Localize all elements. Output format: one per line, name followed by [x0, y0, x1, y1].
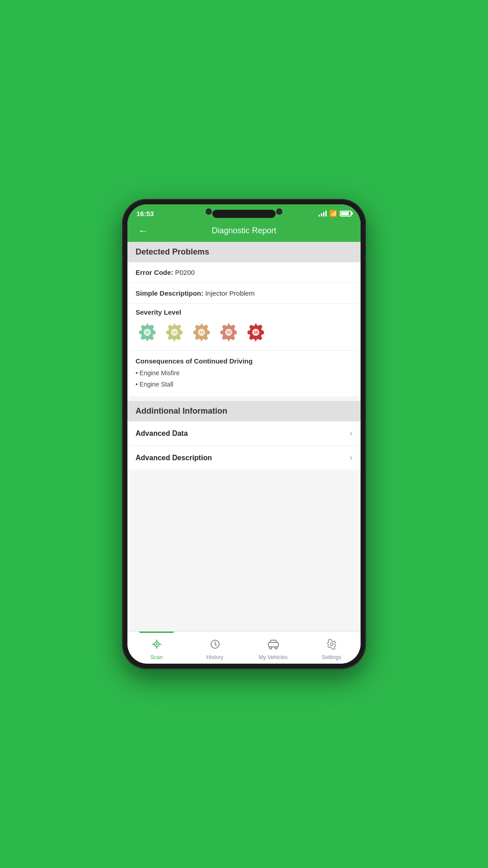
severity-gear-3: 10 [190, 321, 213, 344]
severity-row: Severity Level 10 10 [127, 304, 361, 351]
advanced-data-label: Advanced Data [136, 429, 188, 438]
detected-problems-header: Detected Problems [127, 242, 361, 262]
back-button[interactable]: ← [135, 223, 152, 239]
advanced-data-chevron: › [350, 429, 352, 438]
advanced-description-row[interactable]: Advanced Description › [127, 446, 361, 470]
severity-gear-1: 10 [136, 321, 159, 344]
my-vehicles-icon [267, 639, 279, 652]
additional-info-card: Advanced Data › Advanced Description › [127, 421, 361, 470]
additional-info-title: Addintional Information [136, 406, 227, 415]
error-code-label: Error Code: [136, 269, 173, 276]
svg-rect-17 [268, 642, 278, 647]
scan-icon [151, 639, 162, 652]
my-vehicles-label: My Vehicles [258, 654, 287, 660]
error-code-row: Error Code: P0200 [127, 262, 361, 283]
severity-gear-4: 10 [217, 321, 240, 344]
nav-item-settings[interactable]: Settings [302, 632, 361, 664]
nav-item-my-vehicles[interactable]: My Vehicles [244, 632, 302, 664]
advanced-description-label: Advanced Description [136, 454, 212, 462]
description-row: Simple Descriptipon: Injector Problem [127, 283, 361, 304]
wifi-icon: 📶 [329, 210, 337, 217]
bottom-navigation: Scan History [127, 631, 361, 664]
svg-point-20 [330, 643, 333, 646]
severity-gear-2: 10 [163, 321, 186, 344]
severity-label: Severity Level [136, 308, 352, 316]
problems-card: Error Code: P0200 Simple Descriptipon: I… [127, 262, 361, 396]
signal-icon [319, 210, 327, 217]
settings-label: Settings [322, 654, 341, 660]
svg-text:10: 10 [253, 330, 258, 335]
svg-point-18 [269, 646, 272, 649]
svg-text:10: 10 [199, 330, 204, 335]
consequences-row: Consequences of Continued Driving • Engi… [127, 351, 361, 396]
additional-info-header: Addintional Information [127, 401, 361, 421]
page-title: Diagnostic Report [211, 226, 276, 236]
svg-text:10: 10 [172, 330, 177, 335]
svg-text:10: 10 [226, 330, 231, 335]
history-icon [210, 639, 221, 652]
scan-label: Scan [150, 654, 163, 660]
battery-icon [340, 211, 352, 217]
settings-icon [326, 639, 337, 652]
severity-gear-5: 10 [244, 321, 267, 344]
phone-frame: 16:53 📶 ← Diagnostic Report [122, 199, 366, 669]
consequence-2: • Engine Stall [136, 379, 352, 390]
history-label: History [206, 654, 223, 660]
page-header: ← Diagnostic Report [127, 222, 361, 242]
description-value: Injector Problem [205, 289, 254, 297]
status-time: 16:53 [136, 210, 154, 217]
nav-item-history[interactable]: History [186, 632, 244, 664]
svg-point-11 [156, 643, 158, 645]
camera-right [276, 208, 282, 215]
error-code-value: P0200 [175, 269, 195, 276]
camera-left [206, 208, 212, 215]
nav-item-scan[interactable]: Scan [127, 632, 186, 664]
consequences-title: Consequences of Continued Driving [136, 357, 352, 365]
severity-icons: 10 10 10 [136, 321, 352, 344]
phone-screen: 16:53 📶 ← Diagnostic Report [127, 204, 361, 664]
svg-text:10: 10 [145, 330, 150, 335]
svg-point-19 [275, 646, 277, 649]
detected-problems-title: Detected Problems [136, 247, 209, 256]
content-area: Detected Problems Error Code: P0200 Simp… [127, 242, 361, 631]
status-icons: 📶 [319, 210, 352, 217]
description-label: Simple Descriptipon: [136, 289, 203, 297]
advanced-description-chevron: › [350, 453, 352, 462]
advanced-data-row[interactable]: Advanced Data › [127, 421, 361, 446]
phone-notch [212, 210, 276, 218]
consequence-1: • Engine Misfire [136, 368, 352, 379]
